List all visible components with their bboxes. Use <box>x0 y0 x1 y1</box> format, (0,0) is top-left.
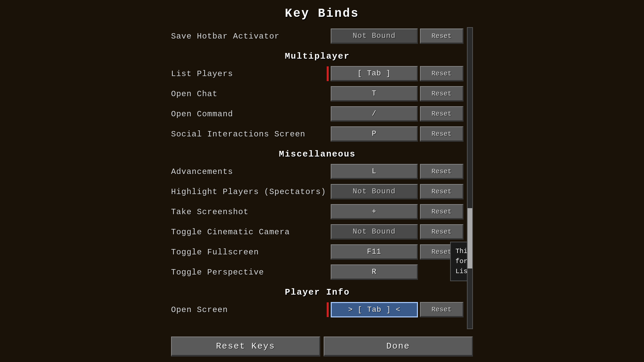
list-players-reset-button[interactable]: Reset <box>420 66 464 81</box>
keybind-row-social-interactions: Social Interactions Screen P Reset <box>171 125 464 143</box>
keybind-row-take-screenshot: Take Screenshot + Reset <box>171 203 464 221</box>
open-command-controls: / Reset <box>327 106 464 122</box>
highlight-players-reset-button[interactable]: Reset <box>420 184 464 199</box>
keybind-row-highlight-players: Highlight Players (Spectators) Not Bound… <box>171 183 464 201</box>
tooltip-item: List Players <box>455 267 467 275</box>
keybind-row-toggle-fullscreen: Toggle Fullscreen F11 Reset <box>171 243 464 261</box>
multiplayer-section-header: Multiplayer <box>171 51 464 61</box>
toggle-cinematic-controls: Not Bound Reset <box>327 224 464 240</box>
keybind-row-open-command: Open Command / Reset <box>171 105 464 123</box>
scrollbar-thumb[interactable] <box>468 208 472 268</box>
keybind-row-toggle-cinematic: Toggle Cinematic Camera Not Bound Reset <box>171 223 464 241</box>
content-area: Save Hotbar Activator Not Bound Reset Mu… <box>171 27 473 329</box>
keybind-row-open-screen: Open Screen > [ Tab ] < Reset <box>171 301 464 319</box>
highlight-players-controls: Not Bound Reset <box>327 184 464 199</box>
open-command-label: Open Command <box>171 110 327 119</box>
toggle-perspective-key-button[interactable]: R <box>331 264 418 280</box>
open-command-key-button[interactable]: / <box>331 106 418 122</box>
toggle-cinematic-label: Toggle Cinematic Camera <box>171 228 327 237</box>
done-button[interactable]: Done <box>324 337 473 357</box>
take-screenshot-controls: + Reset <box>327 204 464 220</box>
open-screen-controls: > [ Tab ] < Reset <box>327 302 464 317</box>
conflict-tooltip: This key is also used for: List Players <box>450 242 467 281</box>
reset-keys-button[interactable]: Reset Keys <box>171 337 320 357</box>
toggle-fullscreen-key-button[interactable]: F11 <box>331 244 418 260</box>
open-chat-controls: T Reset <box>327 86 464 102</box>
list-players-label: List Players <box>171 69 327 78</box>
keybind-row-advancements: Advancements L Reset <box>171 163 464 181</box>
toggle-fullscreen-label: Toggle Fullscreen <box>171 248 327 257</box>
open-screen-conflict-bar <box>327 302 329 317</box>
save-hotbar-row: Save Hotbar Activator Not Bound Reset <box>171 27 464 45</box>
social-interactions-reset-button[interactable]: Reset <box>420 126 464 142</box>
toggle-perspective-label: Toggle Perspective <box>171 268 327 277</box>
keybind-row-toggle-perspective: Toggle Perspective R Reset This key is a… <box>171 263 464 281</box>
list-players-conflict-bar <box>327 66 329 81</box>
social-interactions-key-button[interactable]: P <box>331 126 418 142</box>
save-hotbar-key-button[interactable]: Not Bound <box>331 28 418 44</box>
list-players-key-button[interactable]: [ Tab ] <box>331 66 418 81</box>
open-command-reset-button[interactable]: Reset <box>420 106 464 122</box>
take-screenshot-reset-button[interactable]: Reset <box>420 204 464 220</box>
scroll-content[interactable]: Save Hotbar Activator Not Bound Reset Mu… <box>171 27 467 329</box>
open-screen-label: Open Screen <box>171 305 327 314</box>
advancements-reset-button[interactable]: Reset <box>420 164 464 179</box>
social-interactions-controls: P Reset <box>327 126 464 142</box>
toggle-perspective-controls: R Reset <box>327 264 464 280</box>
player-info-section-header: Player Info <box>171 287 464 297</box>
page-title: Key Binds <box>285 7 359 20</box>
list-players-controls: [ Tab ] Reset <box>327 66 464 81</box>
tooltip-title: This key is also used for: <box>455 247 467 265</box>
highlight-players-key-button[interactable]: Not Bound <box>331 184 418 199</box>
toggle-cinematic-reset-button[interactable]: Reset <box>420 224 464 240</box>
keybind-row-open-chat: Open Chat T Reset <box>171 85 464 103</box>
take-screenshot-key-button[interactable]: + <box>331 204 418 220</box>
advancements-controls: L Reset <box>327 164 464 179</box>
open-chat-reset-button[interactable]: Reset <box>420 86 464 102</box>
toggle-fullscreen-controls: F11 Reset <box>327 244 464 260</box>
save-hotbar-reset-button[interactable]: Reset <box>420 28 464 44</box>
save-hotbar-label: Save Hotbar Activator <box>171 32 327 41</box>
highlight-players-label: Highlight Players (Spectators) <box>171 187 327 196</box>
take-screenshot-label: Take Screenshot <box>171 207 327 217</box>
advancements-key-button[interactable]: L <box>331 164 418 179</box>
advancements-label: Advancements <box>171 167 327 176</box>
bottom-bar: Reset Keys Done <box>171 331 473 362</box>
keybind-row-list-players: List Players [ Tab ] Reset <box>171 65 464 83</box>
open-screen-reset-button[interactable]: Reset <box>420 302 464 317</box>
open-chat-label: Open Chat <box>171 89 327 99</box>
open-chat-key-button[interactable]: T <box>331 86 418 102</box>
save-hotbar-controls: Not Bound Reset <box>327 28 464 44</box>
page-container: Key Binds Save Hotbar Activator Not Boun… <box>0 0 644 362</box>
toggle-cinematic-key-button[interactable]: Not Bound <box>331 224 418 240</box>
social-interactions-label: Social Interactions Screen <box>171 130 327 139</box>
open-screen-key-button[interactable]: > [ Tab ] < <box>331 302 418 317</box>
miscellaneous-section-header: Miscellaneous <box>171 149 464 159</box>
scrollbar-track[interactable] <box>467 27 473 329</box>
